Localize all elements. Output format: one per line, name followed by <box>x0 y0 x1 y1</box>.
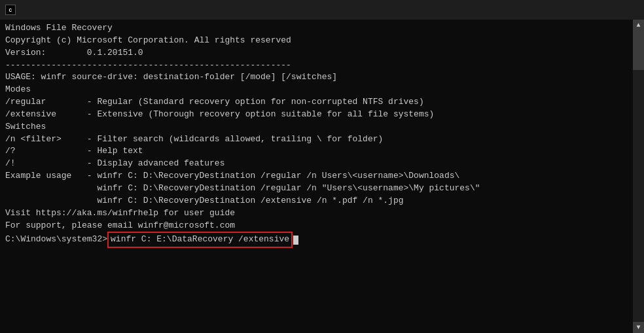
terminal-line: Windows File Recovery <box>5 22 628 35</box>
terminal-line: ----------------------------------------… <box>5 60 628 72</box>
window-icon: C <box>5 5 16 15</box>
title-bar-controls <box>548 0 639 20</box>
command-input[interactable]: winfr C: E:\DataRecovery /extensive <box>107 232 293 248</box>
terminal-line: /extensive - Extensive (Thorough recover… <box>5 109 628 121</box>
prompt-path: C:\Windows\system32> <box>5 234 107 246</box>
terminal-line: /regular - Regular (Standard recovery op… <box>5 96 628 109</box>
terminal-line: Visit https://aka.ms/winfrhelp for user … <box>5 207 628 220</box>
window: C Windows File RecoveryCopyright (c) Mic… <box>0 0 644 333</box>
terminal-line: Modes <box>5 84 628 96</box>
cursor <box>293 236 298 245</box>
terminal-output[interactable]: Windows File RecoveryCopyright (c) Micro… <box>0 20 633 333</box>
terminal-line: Copyright (c) Microsoft Corporation. All… <box>5 35 628 47</box>
maximize-button[interactable] <box>579 0 609 20</box>
scrollbar-thumb[interactable] <box>633 31 644 70</box>
terminal-line: winfr C: D:\RecoveryDestination /extensi… <box>5 195 628 207</box>
terminal-line: Switches <box>5 121 628 133</box>
terminal-line: Version: 0.1.20151.0 <box>5 47 628 60</box>
scrollbar-down-arrow[interactable]: ▼ <box>633 322 644 333</box>
scrollbar[interactable]: ▲ ▼ <box>633 20 644 333</box>
terminal-line: winfr C: D:\RecoveryDestination /regular… <box>5 183 628 195</box>
terminal-line: /? - Help text <box>5 145 628 158</box>
terminal-line: Example usage - winfr C: D:\RecoveryDest… <box>5 170 628 183</box>
terminal-line: For support, please email winfr@microsof… <box>5 220 628 232</box>
terminal-line: /n <filter> - Filter search (wildcards a… <box>5 133 628 146</box>
terminal-line: USAGE: winfr source-drive: destination-f… <box>5 71 628 84</box>
content-area: Windows File RecoveryCopyright (c) Micro… <box>0 20 644 333</box>
scrollbar-track[interactable] <box>633 31 644 322</box>
title-bar: C <box>0 0 644 20</box>
minimize-button[interactable] <box>548 0 579 20</box>
close-button[interactable] <box>609 0 639 20</box>
terminal-line: /! - Display advanced features <box>5 158 628 170</box>
scrollbar-up-arrow[interactable]: ▲ <box>633 20 644 31</box>
prompt-line: C:\Windows\system32>winfr C: E:\DataReco… <box>5 232 628 248</box>
